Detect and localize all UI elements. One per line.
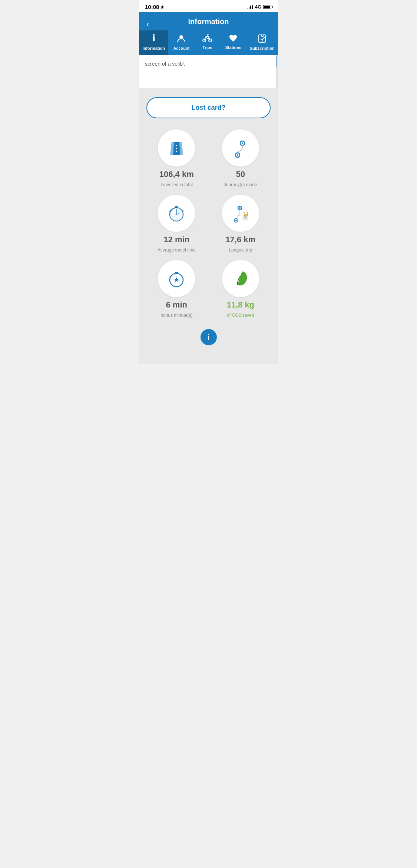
status-bar: 10:08 4G	[139, 0, 278, 12]
stat-journeys: 50 Journey(s) made	[211, 129, 271, 187]
svg-rect-7	[176, 145, 177, 146]
stat-value-longest-trip: 17,6 km	[225, 235, 255, 244]
stat-label-distance: Travelled in total	[160, 182, 193, 187]
stopwatch-star-icon: ★	[166, 269, 187, 289]
tab-stations[interactable]: Stations	[220, 30, 246, 55]
stat-value-avg-time: 12 min	[163, 235, 189, 244]
svg-point-22	[235, 220, 237, 221]
svg-point-20	[239, 207, 241, 209]
stat-value-journeys: 50	[236, 170, 245, 179]
tab-bar: Information Account Trips	[139, 30, 278, 55]
route-icon	[230, 138, 251, 158]
info-btn-container: i	[139, 325, 278, 353]
tab-subscription-label: Subscription	[250, 46, 275, 50]
scroll-indicator	[276, 55, 278, 88]
svg-point-11	[242, 142, 243, 144]
stat-circle-co2	[222, 260, 259, 297]
tab-account-label: Account	[173, 46, 189, 50]
stat-circle-journeys	[222, 129, 259, 167]
info-text: screen of a velib'.	[145, 60, 272, 68]
stat-circle-avg-time	[158, 195, 195, 232]
svg-text:★: ★	[245, 214, 247, 216]
main-content: screen of a velib'. Lost card? 10	[139, 55, 278, 364]
tab-information-label: Information	[142, 46, 165, 50]
info-icon	[150, 34, 158, 45]
svg-point-1	[153, 34, 155, 36]
stat-label-journeys: Journey(s) made	[224, 182, 257, 187]
info-text-card: screen of a velib'.	[139, 55, 278, 88]
svg-rect-15	[175, 206, 178, 208]
heart-icon	[229, 34, 238, 44]
stat-value-co2: 11,8 kg	[226, 300, 254, 310]
svg-point-13	[237, 154, 238, 156]
tab-information[interactable]: Information	[139, 30, 168, 55]
stat-bonus-minutes: ★ 6 min bonus minute(s)	[146, 260, 207, 318]
tab-trips[interactable]: Trips	[194, 30, 220, 55]
location-icon	[160, 5, 164, 9]
stat-label-bonus: bonus minute(s)	[160, 313, 192, 318]
page-title: Information	[145, 17, 272, 30]
stat-label-longest-trip: Longest trip	[229, 247, 252, 253]
network-label: 4G	[255, 4, 261, 10]
signal-icon	[247, 5, 253, 9]
stat-circle-distance	[158, 129, 195, 167]
stat-co2: 11,8 kg of CO2 saved	[211, 260, 271, 318]
info-circle-button[interactable]: i	[201, 329, 217, 345]
bike-icon	[202, 34, 212, 44]
stat-circle-longest-trip: ★	[222, 195, 259, 232]
stat-value-distance: 106,4 km	[159, 170, 194, 179]
status-right: 4G	[247, 4, 272, 10]
stat-value-bonus: 6 min	[166, 300, 187, 310]
stat-avg-time: 12 min Average travel time	[146, 195, 207, 253]
svg-rect-8	[176, 148, 177, 149]
stat-label-avg-time: Average travel time	[158, 247, 196, 253]
stopwatch-icon	[166, 203, 187, 224]
road-icon	[166, 138, 187, 158]
tab-stations-label: Stations	[225, 45, 241, 50]
lost-card-section: Lost card?	[139, 88, 278, 126]
subscription-icon	[258, 34, 266, 45]
stat-label-co2: of CO2 saved	[227, 313, 254, 318]
battery-icon	[263, 5, 272, 9]
stats-grid: 106,4 km Travelled in total 50 Journey(s…	[139, 126, 278, 325]
stat-total-distance: 106,4 km Travelled in total	[146, 129, 207, 187]
tab-subscription[interactable]: Subscription	[246, 30, 278, 55]
stat-circle-bonus: ★	[158, 260, 195, 297]
svg-rect-24	[245, 216, 246, 217]
trophy-route-icon: ★	[230, 203, 251, 224]
svg-rect-9	[176, 151, 177, 152]
svg-rect-25	[244, 217, 246, 218]
lost-card-button[interactable]: Lost card?	[146, 97, 271, 118]
account-icon	[177, 34, 185, 45]
leaf-icon	[230, 269, 251, 289]
svg-rect-0	[153, 36, 155, 41]
header: ‹ Information	[139, 12, 278, 30]
tab-trips-label: Trips	[202, 45, 212, 50]
status-time: 10:08	[145, 4, 164, 10]
back-button[interactable]: ‹	[145, 17, 151, 31]
tab-account[interactable]: Account	[168, 30, 194, 55]
scroll-thumb	[277, 56, 277, 67]
stat-longest-trip: ★ 17,6 km Longest trip	[211, 195, 271, 253]
